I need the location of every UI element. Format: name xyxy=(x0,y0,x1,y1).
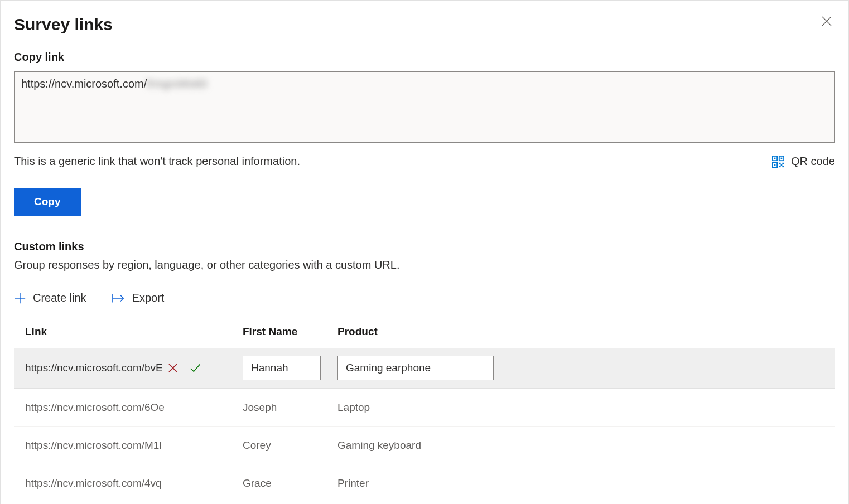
export-icon xyxy=(112,293,126,303)
helper-row: This is a generic link that won't track … xyxy=(14,155,835,168)
custom-links-label: Custom links xyxy=(14,240,835,253)
qr-code-label: QR code xyxy=(791,155,835,168)
row-link: https://ncv.microsoft.com/M1l xyxy=(25,439,162,452)
custom-links-table: Link First Name Product https://ncv.micr… xyxy=(14,326,835,502)
generic-link-helper: This is a generic link that won't track … xyxy=(14,155,300,168)
create-link-button[interactable]: Create link xyxy=(14,292,86,304)
generic-link-url-suffix: frmgrsWs60 xyxy=(147,77,207,90)
custom-links-desc: Group responses by region, language, or … xyxy=(14,259,835,272)
table-row[interactable]: https://ncv.microsoft.com/bvE xyxy=(14,348,835,389)
row-first-name: Corey xyxy=(243,439,271,452)
header-link: Link xyxy=(25,326,243,338)
close-button[interactable] xyxy=(818,13,835,32)
copy-button[interactable]: Copy xyxy=(14,188,81,216)
plus-icon xyxy=(14,292,26,304)
svg-rect-10 xyxy=(779,166,781,167)
header-product: Product xyxy=(337,326,824,338)
panel-title: Survey links xyxy=(14,15,113,34)
svg-rect-5 xyxy=(781,157,783,159)
row-product: Gaming keyboard xyxy=(337,439,421,452)
row-product: Laptop xyxy=(337,401,370,414)
table-header: Link First Name Product xyxy=(14,326,835,348)
svg-rect-9 xyxy=(782,162,784,164)
export-label: Export xyxy=(132,292,165,304)
svg-rect-7 xyxy=(774,164,776,166)
generic-link-box[interactable]: https://ncv.microsoft.com/frmgrsWs60 xyxy=(14,71,835,143)
panel-header: Survey links xyxy=(14,11,835,51)
generic-link-url-prefix: https://ncv.microsoft.com/ xyxy=(21,77,147,90)
close-icon xyxy=(822,16,832,26)
table-row[interactable]: https://ncv.microsoft.com/4vq Grace Prin… xyxy=(14,464,835,502)
first-name-input[interactable] xyxy=(243,356,321,380)
custom-links-actions: Create link Export xyxy=(14,292,835,304)
row-link: https://ncv.microsoft.com/4vq xyxy=(25,477,162,490)
copy-link-label: Copy link xyxy=(14,51,835,64)
svg-rect-8 xyxy=(779,162,781,164)
custom-links-section: Custom links Group responses by region, … xyxy=(14,240,835,502)
svg-rect-12 xyxy=(781,164,783,166)
row-first-name: Grace xyxy=(243,477,272,490)
row-first-name: Joseph xyxy=(243,401,277,414)
row-product: Printer xyxy=(337,477,369,490)
row-link: https://ncv.microsoft.com/bvE xyxy=(25,362,163,374)
survey-links-panel: Survey links Copy link https://ncv.micro… xyxy=(0,0,849,504)
header-first-name: First Name xyxy=(243,326,337,338)
create-link-label: Create link xyxy=(33,292,86,304)
cancel-icon[interactable] xyxy=(167,362,179,374)
qr-code-icon xyxy=(772,156,784,168)
row-link: https://ncv.microsoft.com/6Oe xyxy=(25,401,165,414)
svg-rect-3 xyxy=(774,157,776,159)
svg-rect-11 xyxy=(782,166,784,167)
confirm-icon[interactable] xyxy=(190,362,201,374)
table-row[interactable]: https://ncv.microsoft.com/M1l Corey Gami… xyxy=(14,427,835,464)
product-input[interactable] xyxy=(337,356,494,380)
qr-code-button[interactable]: QR code xyxy=(772,155,835,168)
export-button[interactable]: Export xyxy=(112,292,165,304)
table-row[interactable]: https://ncv.microsoft.com/6Oe Joseph Lap… xyxy=(14,389,835,427)
